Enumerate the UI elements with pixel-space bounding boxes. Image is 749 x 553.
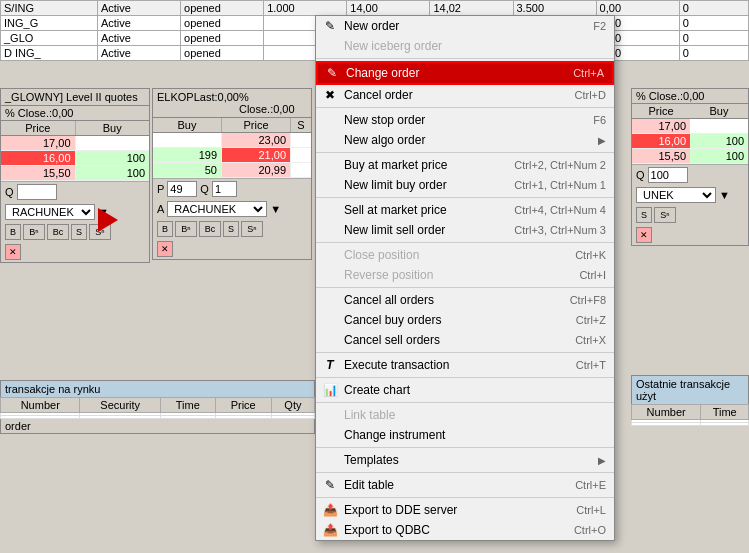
toolbar-buttons: B Bⁿ Bc S Sⁿ <box>1 222 149 242</box>
rd-btn-sn[interactable]: Sⁿ <box>654 207 676 223</box>
elkop-btn-bn[interactable]: Bⁿ <box>175 221 197 237</box>
menu-item-label: Link table <box>344 408 395 422</box>
q-input[interactable] <box>17 184 57 200</box>
elkop-title: ELKOP Last:0,00 % Close.:0,00 <box>153 89 311 118</box>
menu-item-new-stop[interactable]: New stop order F6 <box>316 110 614 130</box>
menu-item-label: Create chart <box>344 383 410 397</box>
change-order-icon: ✎ <box>324 65 340 81</box>
elkop-price-cell: 20,99 <box>222 163 291 177</box>
cell-v4: 3.500 <box>513 1 596 16</box>
shortcut-execute: Ctrl+T <box>576 359 606 371</box>
menu-item-export-qdbc[interactable]: 📤 Export to QDBC Ctrl+O <box>316 520 614 540</box>
separator <box>316 287 614 288</box>
shortcut-reverse-pos: Ctrl+I <box>579 269 606 281</box>
menu-item-new-order[interactable]: ✎ New order F2 <box>316 16 614 36</box>
price-header: Price <box>1 121 76 135</box>
menu-item-edit-table[interactable]: ✎ Edit table Ctrl+E <box>316 475 614 495</box>
cancel-order-icon: ✖ <box>322 87 338 103</box>
btn-x[interactable]: ✕ <box>5 244 21 260</box>
elkop-btn-s[interactable]: S <box>223 221 239 237</box>
transactions-left: transakcje na rynku Number Security Time… <box>0 380 315 434</box>
col-number: Number <box>632 405 701 420</box>
rd-q-input[interactable] <box>648 167 688 183</box>
menu-item-create-chart[interactable]: 📊 Create chart <box>316 380 614 400</box>
elkop-btn-x[interactable]: ✕ <box>157 241 173 257</box>
shortcut-limit-sell: Ctrl+3, Ctrl+Num 3 <box>514 224 606 236</box>
quotes-row: 17,00 <box>1 136 149 151</box>
cell-state: opened <box>181 46 264 61</box>
btn-s[interactable]: S <box>71 224 87 240</box>
cell-v6: 0 <box>679 46 748 61</box>
menu-item-label: New limit buy order <box>344 178 447 192</box>
cell-security: S/ING <box>1 1 98 16</box>
rd-account-select[interactable]: UNEK <box>636 187 716 203</box>
right-dup-info: % Close.:0,00 <box>632 89 748 104</box>
elkop-headers: Buy Price S <box>153 118 311 133</box>
menu-item-cancel-sell[interactable]: Cancel sell orders Ctrl+X <box>316 330 614 350</box>
right-dup-headers: Price Buy <box>632 104 748 119</box>
menu-item-link-table: Link table <box>316 405 614 425</box>
elkop-btn-b[interactable]: B <box>157 221 173 237</box>
elkop-account-select[interactable]: RACHUNEK <box>167 201 267 217</box>
menu-item-execute-transaction[interactable]: T Execute transaction Ctrl+T <box>316 355 614 375</box>
cell-state: opened <box>181 16 264 31</box>
menu-item-change-instrument[interactable]: Change instrument <box>316 425 614 445</box>
cell-status: Active <box>97 16 180 31</box>
shortcut-change-order: Ctrl+A <box>573 67 604 79</box>
rd-buy <box>690 119 748 133</box>
separator <box>316 402 614 403</box>
rd-price: 15,50 <box>632 149 690 163</box>
cell-v5: 0,00 <box>596 1 679 16</box>
rd-toolbar: S Sⁿ <box>632 205 748 225</box>
elkop-btn-bc[interactable]: Bc <box>199 221 221 237</box>
shortcut-cancel-all: Ctrl+F8 <box>570 294 606 306</box>
menu-item-new-limit-buy[interactable]: New limit buy order Ctrl+1, Ctrl+Num 1 <box>316 175 614 195</box>
menu-item-new-algo[interactable]: New algo order ▶ <box>316 130 614 150</box>
menu-item-cancel-buy[interactable]: Cancel buy orders Ctrl+Z <box>316 310 614 330</box>
elkop-last: Last:0,00 <box>194 91 239 115</box>
elkop-row: 50 20,99 <box>153 163 311 178</box>
menu-item-label: Export to DDE server <box>344 503 457 517</box>
elkop-buy-cell-hl: 199 <box>153 148 222 162</box>
account-select[interactable]: RACHUNEK <box>5 204 95 220</box>
btn-bc[interactable]: Bc <box>47 224 69 240</box>
quotes-row: 16,00 100 <box>1 151 149 166</box>
q-input2[interactable] <box>212 181 237 197</box>
cell <box>632 423 701 426</box>
menu-item-buy-market[interactable]: Buy at market price Ctrl+2, Ctrl+Num 2 <box>316 155 614 175</box>
red-arrow-indicator <box>98 208 118 232</box>
separator <box>316 352 614 353</box>
elkop-buy-cell <box>153 133 222 147</box>
menu-item-change-order[interactable]: ✎ Change order Ctrl+A <box>316 61 614 85</box>
cell-v6: 0 <box>679 1 748 16</box>
menu-item-label: Cancel sell orders <box>344 333 440 347</box>
rd-btn-s[interactable]: S <box>636 207 652 223</box>
menu-item-cancel-all[interactable]: Cancel all orders Ctrl+F8 <box>316 290 614 310</box>
menu-item-sell-market[interactable]: Sell at market price Ctrl+4, Ctrl+Num 4 <box>316 200 614 220</box>
separator <box>316 377 614 378</box>
separator <box>316 497 614 498</box>
p-input[interactable] <box>167 181 197 197</box>
menu-item-new-limit-sell[interactable]: New limit sell order Ctrl+3, Ctrl+Num 3 <box>316 220 614 240</box>
menu-item-templates[interactable]: Templates ▶ <box>316 450 614 470</box>
menu-item-export-dde[interactable]: 📤 Export to DDE server Ctrl+L <box>316 500 614 520</box>
elkop-price-cell: 23,00 <box>222 133 291 147</box>
elkop-row: 199 21,00 <box>153 148 311 163</box>
shortcut-buy-market: Ctrl+2, Ctrl+Num 2 <box>514 159 606 171</box>
btn-bn[interactable]: Bⁿ <box>23 224 45 240</box>
btn-b[interactable]: B <box>5 224 21 240</box>
col-security: Security <box>80 398 161 413</box>
order-label: order <box>5 420 31 432</box>
price-cell: 17,00 <box>1 136 76 150</box>
rd-price: 17,00 <box>632 119 690 133</box>
rd-buy-h: Buy <box>690 104 748 118</box>
price-cell-highlight: 16,00 <box>1 151 76 165</box>
separator <box>316 242 614 243</box>
price-col-header: Price <box>222 118 291 132</box>
elkop-btn-sn[interactable]: Sⁿ <box>241 221 263 237</box>
rd-btn-x[interactable]: ✕ <box>636 227 652 243</box>
menu-item-cancel-order[interactable]: ✖ Cancel order Ctrl+D <box>316 85 614 105</box>
cell-v6: 0 <box>679 31 748 46</box>
cell-status: Active <box>97 31 180 46</box>
menu-item-new-iceberg: New iceberg order <box>316 36 614 56</box>
